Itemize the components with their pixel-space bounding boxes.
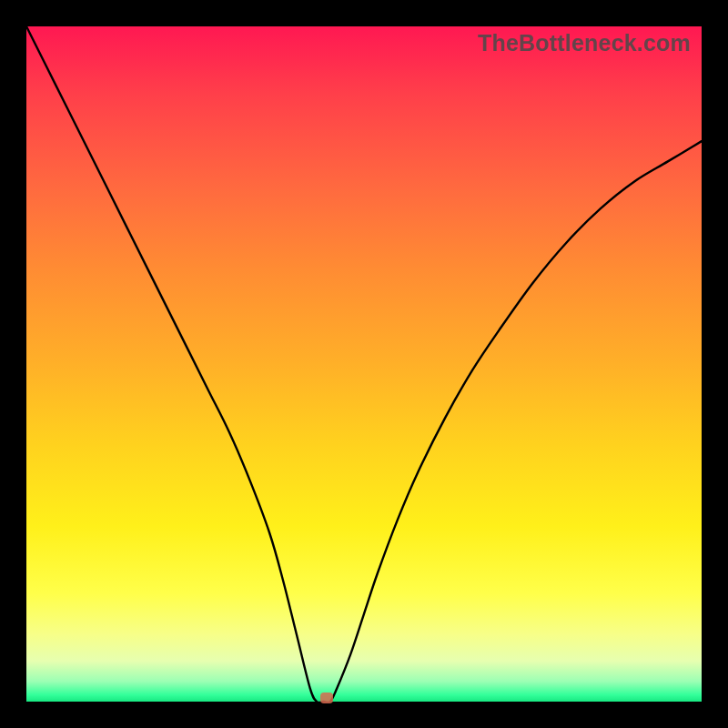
optimal-point-marker: [320, 693, 333, 703]
bottleneck-curve: [26, 26, 702, 702]
plot-area: TheBottleneck.com: [26, 26, 702, 702]
frame: TheBottleneck.com: [0, 0, 728, 728]
